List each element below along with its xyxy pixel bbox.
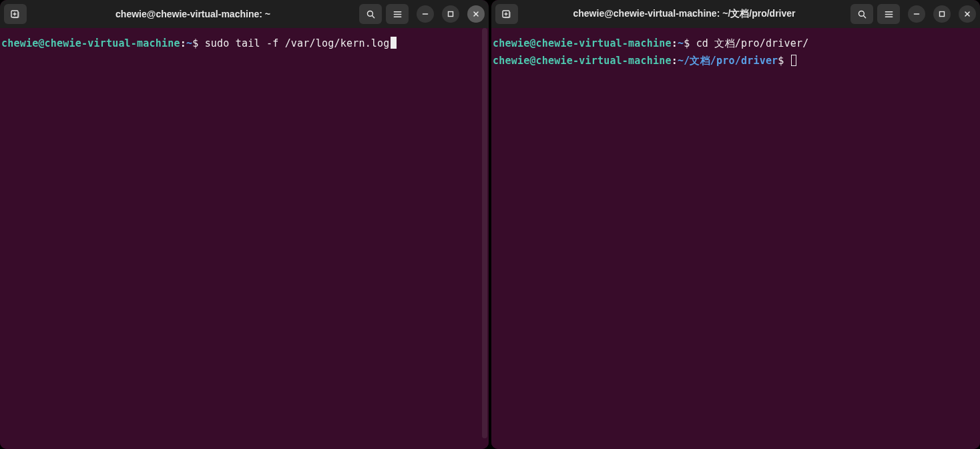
close-button[interactable] [467,5,485,23]
new-tab-icon [10,9,21,19]
menu-button[interactable] [877,4,900,24]
minimize-icon [913,10,921,18]
search-button[interactable] [359,4,382,24]
window-title: chewie@chewie-virtual-machine: ~/文档/pro/… [573,8,795,20]
new-tab-icon [501,9,512,19]
scrollbar[interactable] [481,28,489,449]
new-tab-button[interactable] [4,4,27,24]
minimize-button[interactable] [908,5,925,23]
cursor [791,55,796,66]
prompt-dollar: $ [778,55,784,67]
svg-rect-21 [940,12,945,17]
hamburger-icon [884,9,894,19]
search-button[interactable] [850,4,873,24]
titlebar-right[interactable]: chewie@chewie-virtual-machine: ~/文档/pro/… [491,0,980,28]
maximize-button[interactable] [442,5,459,23]
maximize-button[interactable] [933,5,951,23]
terminal-body-right[interactable]: chewie@chewie-virtual-machine:~$ cd 文档/p… [491,28,980,449]
minimize-button[interactable] [417,5,434,23]
scrollbar-thumb[interactable] [482,28,487,438]
window-title: chewie@chewie-virtual-machine: ~ [115,9,270,19]
prompt-path: ~/文档/pro/driver [678,55,778,67]
prompt-path: ~ [186,37,192,49]
search-icon [366,9,376,19]
command-text: sudo tail -f /var/log/kern.log [205,37,390,49]
terminal-window-right: chewie@chewie-virtual-machine: ~/文档/pro/… [491,0,980,449]
prompt-line: chewie@chewie-virtual-machine:~/文档/pro/d… [493,52,979,69]
prompt-user-host: chewie@chewie-virtual-machine [1,37,180,49]
prompt-line: chewie@chewie-virtual-machine:~$ cd 文档/p… [493,35,979,52]
prompt-user-host: chewie@chewie-virtual-machine [493,55,672,67]
svg-line-16 [863,15,865,17]
new-tab-button[interactable] [495,4,518,24]
titlebar-left[interactable]: chewie@chewie-virtual-machine: ~ [0,0,489,28]
close-icon [472,10,480,18]
search-icon [857,9,867,19]
prompt-line: chewie@chewie-virtual-machine:~$ sudo ta… [1,35,487,52]
terminal-body-left[interactable]: chewie@chewie-virtual-machine:~$ sudo ta… [0,28,489,449]
hamburger-icon [393,9,403,19]
command-text: cd 文档/pro/driver/ [696,37,809,49]
prompt-path: ~ [678,37,684,49]
menu-button[interactable] [386,4,409,24]
minimize-icon [421,10,429,18]
maximize-icon [447,10,455,18]
maximize-icon [938,10,946,18]
svg-rect-9 [449,12,453,17]
close-icon [963,10,971,18]
prompt-user-host: chewie@chewie-virtual-machine [493,37,672,49]
svg-line-4 [372,15,374,17]
terminal-window-left: chewie@chewie-virtual-machine: ~ [0,0,489,449]
close-button[interactable] [959,5,976,23]
cursor [391,37,397,49]
